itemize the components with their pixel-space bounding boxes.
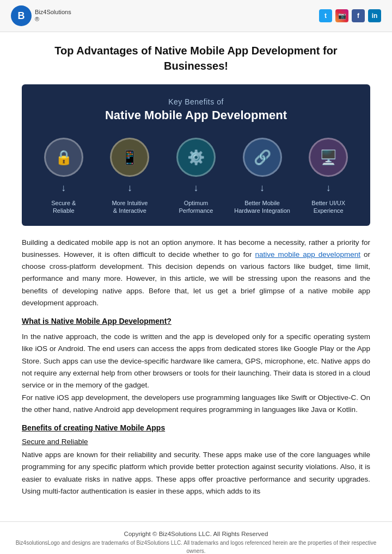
intuitive-circle: 📱 — [110, 138, 149, 177]
footer-copyright: Copyright © Biz4Solutions LLC. All Right… — [11, 530, 381, 539]
subsection1-text: Native apps are known for their reliabil… — [22, 449, 370, 497]
infographic-banner: Key Benefits of Native Mobile App Develo… — [22, 84, 370, 226]
section2-heading: Benefits of creating Native Mobile Apps — [22, 423, 370, 432]
social-icons: t 📷 f in — [319, 9, 381, 22]
logo-area: B Biz4Solutions ® — [11, 5, 71, 26]
logo-tagline: ® — [35, 16, 71, 23]
facebook-icon[interactable]: f — [352, 9, 365, 22]
arrow-icon: ↓ — [61, 182, 66, 194]
body-text-after-link: or choose cross-platform development. Th… — [22, 250, 370, 307]
twitter-icon[interactable]: t — [319, 9, 332, 22]
linkedin-icon[interactable]: in — [368, 9, 381, 22]
instagram-icon[interactable]: 📷 — [335, 9, 348, 22]
infographic-item-uiux: 🖥️ ↓ Better UI/UXExperience — [297, 138, 359, 215]
infographic-title: Native Mobile App Development — [105, 108, 287, 122]
body-paragraph-1: Building a dedicated mobile app is not a… — [22, 237, 370, 310]
footer: Copyright © Biz4Solutions LLC. All Right… — [0, 521, 392, 554]
uiux-label: Better UI/UXExperience — [311, 199, 345, 215]
arrow-icon: ↓ — [260, 182, 265, 194]
page-title: Top Advantages of Native Mobile App Deve… — [22, 43, 370, 73]
infographic-item-performance: ⚙️ ↓ OptimumPerformance — [165, 138, 227, 215]
uiux-circle: 🖥️ — [309, 138, 348, 177]
logo-letter: B — [18, 10, 25, 22]
arrow-icon: ↓ — [193, 182, 198, 194]
header: B Biz4Solutions ® t 📷 f in — [0, 0, 392, 32]
native-app-link[interactable]: native mobile app development — [255, 250, 361, 258]
intuitive-label: More Intuitive& Interactive — [112, 199, 148, 215]
hardware-circle: 🔗 — [243, 138, 282, 177]
infographic-items: 🔒 ↓ Secure &Reliable 📱 ↓ More Intuitive&… — [33, 138, 359, 215]
infographic-item-secure: 🔒 ↓ Secure &Reliable — [33, 138, 95, 215]
infographic-item-hardware: 🔗 ↓ Better MobileHardware Integration — [231, 138, 293, 215]
performance-circle: ⚙️ — [176, 138, 216, 177]
performance-label: OptimumPerformance — [179, 199, 213, 215]
secure-label: Secure &Reliable — [51, 199, 76, 215]
infographic-subtitle: Key Benefits of — [168, 97, 224, 106]
logo-circle: B — [11, 5, 32, 26]
arrow-icon: ↓ — [326, 182, 331, 194]
hardware-label: Better MobileHardware Integration — [234, 199, 290, 215]
secure-circle: 🔒 — [44, 138, 83, 177]
section1-heading: What is Native Mobile App Development? — [22, 317, 370, 325]
infographic-item-intuitive: 📱 ↓ More Intuitive& Interactive — [99, 138, 161, 215]
main-content: Top Advantages of Native Mobile App Deve… — [0, 32, 392, 516]
section1-text: In the native approach, the code is writ… — [22, 331, 370, 416]
subsection1-heading: Secure and Reliable — [22, 438, 370, 446]
arrow-icon: ↓ — [127, 182, 132, 194]
footer-trademark: Biz4solutionsLogo and designs are tradem… — [11, 539, 381, 554]
logo-name: Biz4Solutions — [35, 9, 71, 16]
logo-text: Biz4Solutions ® — [35, 9, 71, 23]
